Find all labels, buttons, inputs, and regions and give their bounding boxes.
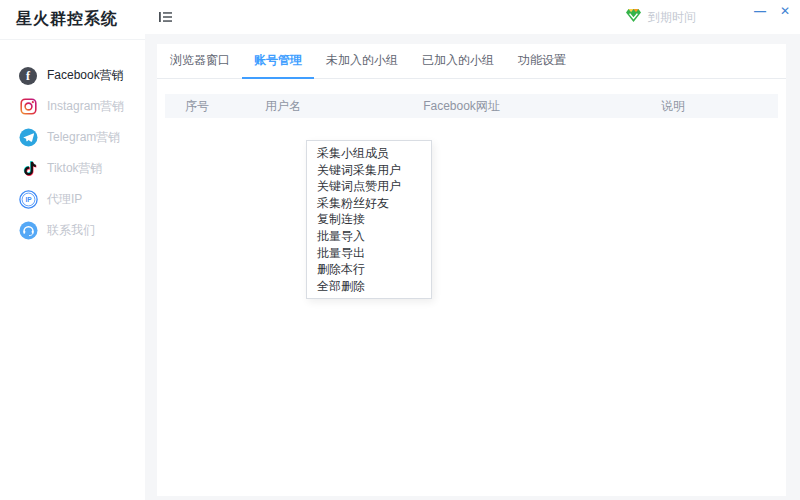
- expiry-label: 到期时间: [648, 9, 696, 26]
- sidebar-item-label: Telegram营销: [47, 129, 120, 146]
- sidebar-item-tiktok[interactable]: Tiktok营销: [0, 153, 145, 184]
- menu-item-collect-fans-friends[interactable]: 采集粉丝好友: [307, 195, 431, 212]
- expiry-status: 到期时间: [625, 8, 696, 27]
- sidebar-item-label: Facebook营销: [47, 67, 124, 84]
- menu-item-copy-link[interactable]: 复制连接: [307, 211, 431, 228]
- tab-groups-joined[interactable]: 已加入的小组: [410, 44, 506, 78]
- column-header-username: 用户名: [245, 98, 415, 115]
- column-header-facebook-url: Facebook网址: [415, 98, 568, 115]
- context-menu: 采集小组成员 关键词采集用户 关键词点赞用户 采集粉丝好友 复制连接 批量导入 …: [306, 140, 432, 299]
- telegram-icon: [18, 128, 38, 148]
- sidebar-item-proxy-ip[interactable]: IP 代理IP: [0, 184, 145, 215]
- topbar: 到期时间 — ✕: [145, 0, 800, 34]
- window-controls: — ✕: [754, 2, 790, 20]
- tiktok-icon: [18, 159, 38, 179]
- contact-us-icon: [18, 221, 38, 241]
- menu-item-keyword-like-users[interactable]: 关键词点赞用户: [307, 178, 431, 195]
- sidebar-nav: f Facebook营销 Instagram营销: [0, 40, 145, 246]
- tab-bar: 浏览器窗口 账号管理 未加入的小组 已加入的小组 功能设置: [157, 44, 786, 79]
- instagram-icon: [18, 97, 38, 117]
- facebook-icon: f: [18, 66, 38, 86]
- column-header-index: 序号: [165, 98, 245, 115]
- proxy-ip-icon: IP: [18, 190, 38, 210]
- svg-text:IP: IP: [25, 196, 32, 203]
- sidebar-item-label: Instagram营销: [47, 98, 124, 115]
- menu-item-delete-row[interactable]: 删除本行: [307, 261, 431, 278]
- menu-item-batch-export[interactable]: 批量导出: [307, 245, 431, 262]
- table-header: 序号 用户名 Facebook网址 说明: [165, 94, 778, 118]
- sidebar-item-instagram[interactable]: Instagram营销: [0, 91, 145, 122]
- tab-function-settings[interactable]: 功能设置: [506, 44, 578, 78]
- column-header-description: 说明: [568, 98, 778, 115]
- sidebar-item-label: 联系我们: [47, 222, 95, 239]
- sidebar-item-telegram[interactable]: Telegram营销: [0, 122, 145, 153]
- tab-account-management[interactable]: 账号管理: [242, 44, 314, 78]
- sidebar-item-label: 代理IP: [47, 191, 82, 208]
- sidebar-item-facebook[interactable]: f Facebook营销: [0, 60, 145, 91]
- membership-gem-icon: [625, 8, 642, 27]
- close-button[interactable]: ✕: [780, 2, 790, 20]
- minimize-button[interactable]: —: [754, 2, 766, 20]
- menu-item-keyword-collect-users[interactable]: 关键词采集用户: [307, 162, 431, 179]
- tab-groups-not-joined[interactable]: 未加入的小组: [314, 44, 410, 78]
- sidebar-item-contact-us[interactable]: 联系我们: [0, 215, 145, 246]
- content-panel: 浏览器窗口 账号管理 未加入的小组 已加入的小组 功能设置 序号 用户名 Fac…: [157, 44, 786, 496]
- sidebar: 星火群控系统 f Facebook营销: [0, 0, 145, 500]
- app-title: 星火群控系统: [0, 0, 145, 40]
- menu-item-collect-group-members[interactable]: 采集小组成员: [307, 145, 431, 162]
- collapse-sidebar-icon[interactable]: [158, 10, 173, 28]
- tab-browser-windows[interactable]: 浏览器窗口: [170, 44, 242, 78]
- menu-item-batch-import[interactable]: 批量导入: [307, 228, 431, 245]
- sidebar-item-label: Tiktok营销: [47, 160, 103, 177]
- menu-item-delete-all[interactable]: 全部删除: [307, 278, 431, 295]
